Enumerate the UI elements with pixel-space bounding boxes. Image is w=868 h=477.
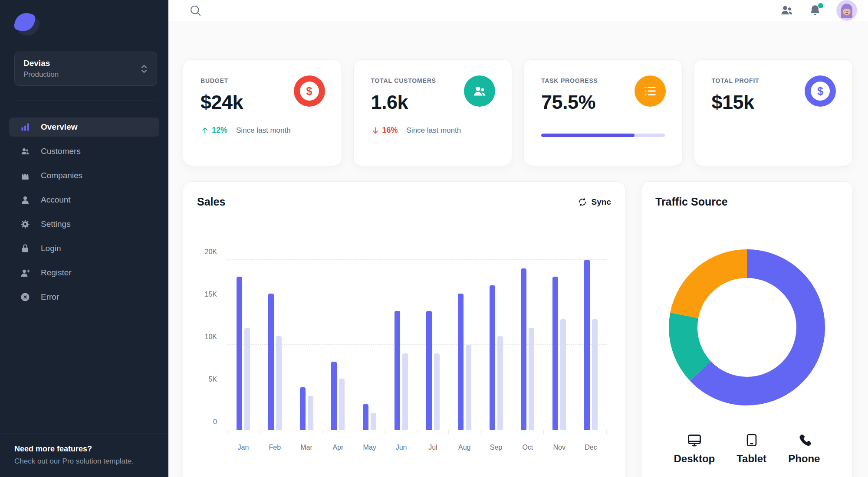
sales-chart-plot: 05K10K15K20K [227, 260, 607, 430]
bar-primary [300, 387, 306, 430]
bar-primary [237, 277, 242, 430]
y-axis-tick: 5K [197, 376, 217, 383]
users-icon [780, 3, 794, 17]
traffic-source-title: Traffic Source [655, 196, 728, 208]
devias-logo[interactable] [14, 12, 39, 37]
phone-icon [797, 432, 812, 448]
x-axis-label: Feb [259, 444, 291, 451]
search-icon [189, 4, 202, 17]
x-circle-icon [20, 292, 30, 302]
task-progress-bar [541, 134, 665, 137]
notifications-button[interactable] [809, 4, 822, 17]
x-axis-label: Nov [543, 444, 575, 451]
task-progress-bar-fill [541, 134, 635, 137]
bar-secondary [529, 328, 534, 430]
x-axis-label: Jul [417, 444, 449, 451]
sidebar-item-label: Login [41, 244, 61, 253]
x-axis-label: Jan [227, 444, 259, 451]
sidebar-item-register[interactable]: Register [9, 263, 159, 282]
bar-group-dec [575, 260, 607, 430]
bar-secondary [466, 345, 471, 430]
trend-down: 16% [371, 126, 398, 135]
legend-tablet: Tablet [736, 432, 766, 465]
sidebar-item-label: Settings [41, 219, 71, 229]
sidebar-item-label: Customers [41, 147, 81, 156]
legend-phone: Phone [788, 432, 820, 465]
arrow-up-icon [201, 126, 209, 135]
x-axis-label: Aug [449, 444, 480, 451]
workspace-title: Devias [23, 59, 59, 68]
x-axis-label: Apr [322, 444, 354, 451]
desktop-icon [687, 432, 702, 448]
arrow-down-icon [371, 126, 380, 135]
sidebar-footer-title: Need more features? [14, 444, 154, 454]
sidebar-item-account[interactable]: Account [9, 190, 159, 209]
sidebar-item-error[interactable]: Error [9, 288, 159, 307]
tablet-icon [744, 432, 759, 448]
bar-secondary [308, 396, 313, 430]
sidebar: Devias Production OverviewCustomersCompa… [0, 0, 168, 477]
bar-secondary [497, 336, 503, 430]
avatar[interactable] [836, 0, 857, 21]
x-axis-label: Oct [512, 444, 543, 451]
bar-group-may [354, 404, 385, 430]
total-customers-card: TOTAL CUSTOMERS 1.6k 16% Since last mont… [353, 59, 513, 166]
search-button[interactable] [189, 4, 202, 17]
traffic-donut-chart [667, 247, 827, 408]
bar-group-sep [480, 285, 512, 430]
dollar-icon: $ [805, 75, 836, 107]
bar-group-aug [449, 294, 480, 430]
legend-desktop: Desktop [674, 432, 715, 465]
x-axis-label: May [354, 444, 385, 451]
sync-icon [578, 197, 587, 207]
bar-secondary [371, 413, 376, 430]
x-axis-label: Sep [480, 444, 512, 451]
traffic-legend: Desktop Tablet [655, 432, 838, 465]
list-icon [635, 75, 666, 107]
sidebar-footer-subtitle[interactable]: Check out our Pro solution template. [14, 457, 154, 466]
bar-primary [521, 268, 526, 430]
bar-secondary [560, 319, 566, 430]
sidebar-item-login[interactable]: Login [9, 239, 159, 258]
caret-up-down-icon [140, 64, 148, 74]
sales-chart-ticks [227, 430, 607, 434]
bar-primary [584, 260, 590, 430]
bar-primary [552, 277, 558, 430]
sidebar-item-settings[interactable]: Settings [9, 215, 159, 234]
budget-card: BUDGET $24k $ 12% Since last month [183, 59, 342, 166]
workspace-subtitle: Production [23, 70, 59, 79]
y-axis-tick: 20K [197, 248, 217, 256]
user-plus-icon [20, 268, 30, 278]
sidebar-nav: OverviewCustomersCompaniesAccountSetting… [0, 101, 168, 307]
bar-secondary [592, 319, 598, 430]
x-axis-label: Dec [575, 444, 607, 451]
bar-primary [363, 404, 368, 430]
bar-secondary [244, 328, 250, 430]
bar-group-jul [417, 311, 449, 430]
sidebar-item-label: Companies [41, 171, 82, 180]
bar-group-mar [291, 387, 322, 430]
sync-button[interactable]: Sync [578, 197, 611, 207]
workspace-switcher[interactable]: Devias Production [14, 52, 157, 86]
trend-caption: Since last month [407, 126, 461, 135]
users-icon [20, 146, 30, 157]
y-axis-tick: 10K [197, 333, 217, 341]
bar-secondary [402, 353, 408, 430]
user-icon [20, 195, 30, 205]
contacts-button[interactable] [780, 3, 794, 17]
gear-icon [20, 219, 30, 229]
gridline [227, 259, 607, 260]
sidebar-item-customers[interactable]: Customers [9, 142, 159, 161]
sales-title: Sales [197, 196, 225, 208]
task-progress-card: TASK PROGRESS 75.5% [523, 59, 683, 166]
bar-secondary [339, 379, 345, 430]
sidebar-item-overview[interactable]: Overview [9, 118, 159, 137]
dollar-icon: $ [294, 75, 325, 107]
sidebar-item-companies[interactable]: Companies [9, 166, 159, 185]
bar-group-apr [322, 362, 354, 430]
y-axis-tick: 0 [197, 418, 217, 426]
bar-group-jan [227, 277, 259, 430]
bar-group-oct [512, 268, 543, 430]
bar-secondary [434, 353, 440, 430]
trend-up: 12% [201, 126, 227, 135]
